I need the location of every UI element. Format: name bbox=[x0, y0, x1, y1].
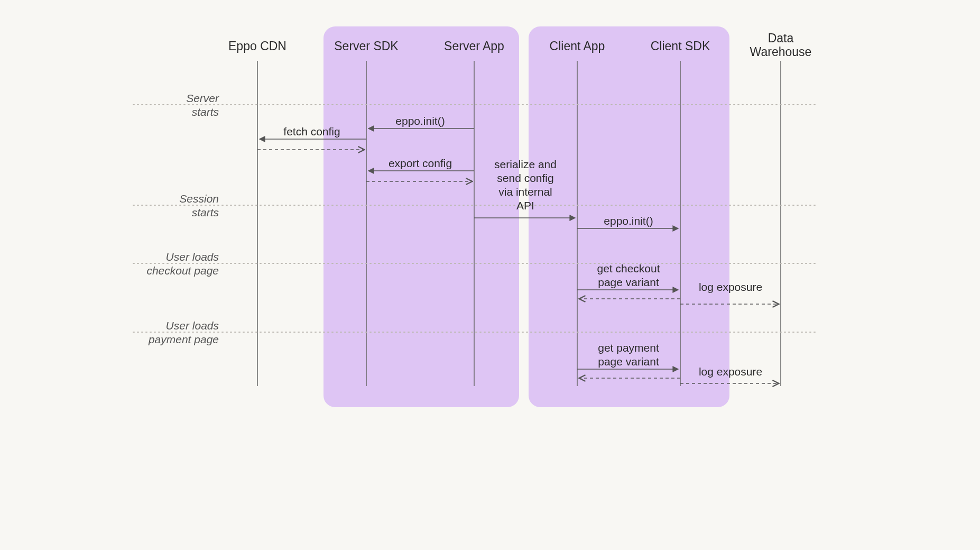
participant-client-sdk: Client SDK bbox=[651, 39, 710, 53]
msg-get-payment-l2: page variant bbox=[598, 355, 659, 368]
participant-data-warehouse-l2: Warehouse bbox=[750, 45, 812, 59]
msg-get-checkout-l2: page variant bbox=[598, 276, 659, 288]
phase-server-starts-l2: starts bbox=[192, 106, 219, 118]
msg-get-payment-l1: get payment bbox=[598, 342, 659, 354]
msg-export-config-label: export config bbox=[389, 157, 452, 169]
msg-serialize-send-l4: API bbox=[516, 199, 534, 212]
phase-session-starts-l1: Session bbox=[179, 192, 219, 205]
participant-eppo-cdn: Eppo CDN bbox=[228, 39, 286, 53]
msg-log-exposure-1-label: log exposure bbox=[699, 281, 762, 293]
participant-client-app: Client App bbox=[550, 39, 605, 53]
server-group-box bbox=[323, 26, 519, 407]
phase-checkout-l1: User loads bbox=[166, 251, 219, 263]
phase-server-starts-l1: Server bbox=[186, 92, 219, 104]
msg-eppo-init-client-label: eppo.init() bbox=[604, 215, 653, 227]
msg-eppo-init-server-label: eppo.init() bbox=[395, 115, 445, 127]
participant-data-warehouse-l1: Data bbox=[768, 31, 794, 45]
msg-serialize-send-l3: via internal bbox=[498, 186, 552, 198]
msg-fetch-config-label: fetch config bbox=[283, 125, 340, 138]
phase-session-starts-l2: starts bbox=[192, 206, 219, 218]
participant-server-sdk: Server SDK bbox=[334, 39, 399, 53]
msg-log-exposure-2-label: log exposure bbox=[699, 365, 762, 378]
participant-server-app: Server App bbox=[444, 39, 504, 53]
sequence-diagram: Eppo CDN Server SDK Server App Client Ap… bbox=[117, 21, 863, 434]
msg-serialize-send-l1: serialize and bbox=[494, 158, 557, 170]
msg-serialize-send-l2: send config bbox=[497, 172, 553, 184]
phase-payment-l2: payment page bbox=[148, 333, 219, 345]
phase-payment-l1: User loads bbox=[166, 319, 219, 332]
msg-get-checkout-l1: get checkout bbox=[597, 262, 660, 274]
phase-checkout-l2: checkout page bbox=[146, 264, 219, 277]
